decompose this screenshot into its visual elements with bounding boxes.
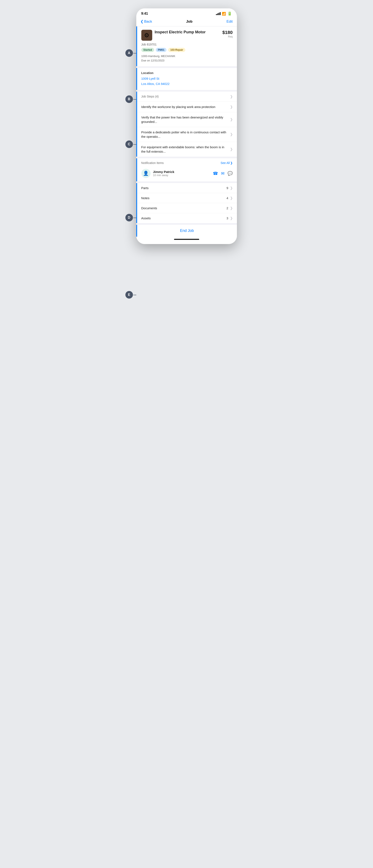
job-thumbnail: ⚙ bbox=[141, 30, 152, 41]
step-chevron-icon: ❯ bbox=[230, 132, 233, 136]
contact-actions: ☎ ✉ 💬 bbox=[213, 171, 233, 176]
step-chevron-icon: ❯ bbox=[230, 117, 233, 121]
phone-icon[interactable]: ☎ bbox=[213, 171, 218, 176]
location-card: Location 1009 Lyell St Los Altos, CA 940… bbox=[136, 68, 237, 90]
annotation-c: C bbox=[125, 141, 133, 148]
step-chevron-icon: ❯ bbox=[230, 105, 233, 109]
location-label: Location bbox=[141, 71, 233, 75]
badge-repair: 103-Repair bbox=[168, 48, 185, 52]
job-location-info: 1000-Hamburg, MECHANIK Due on 12/31/2023 bbox=[141, 54, 233, 63]
location-address[interactable]: 1009 Lyell St Los Altos, CA 94022 bbox=[141, 76, 233, 87]
documents-chevron-icon: ❯ bbox=[230, 206, 233, 210]
wifi-icon: 📶 bbox=[222, 12, 226, 16]
contact-avatar: 👤 bbox=[141, 169, 151, 178]
message-icon[interactable]: 💬 bbox=[227, 171, 233, 176]
job-req-label: Req bbox=[222, 35, 233, 38]
back-label: Back bbox=[144, 20, 152, 24]
parts-row[interactable]: Parts 9 ❯ bbox=[137, 183, 237, 193]
battery-icon: 🔋 bbox=[227, 11, 232, 16]
step-text-3: Provide a dedicateds potter who is in co… bbox=[141, 130, 230, 139]
items-card: Parts 9 ❯ Notes 4 ❯ Docu bbox=[136, 183, 237, 223]
job-price: $180 bbox=[222, 30, 233, 35]
contact-info: Jimmy Patrick 10 min away bbox=[153, 170, 210, 177]
job-title: Inspect Electric Pump Motor bbox=[155, 30, 206, 35]
annotation-d: D bbox=[125, 214, 133, 221]
status-time: 9:41 bbox=[141, 12, 148, 16]
job-steps-header[interactable]: Job Steps (4) ❯ bbox=[137, 92, 237, 102]
assets-count: 3 bbox=[226, 216, 228, 220]
annotation-b: B bbox=[125, 95, 133, 103]
home-bar bbox=[174, 239, 199, 240]
back-button[interactable]: ❮ Back bbox=[141, 19, 152, 24]
job-header-card: ⚙ Inspect Electric Pump Motor $180 Req J… bbox=[136, 26, 237, 66]
annotation-e: E bbox=[125, 291, 133, 299]
status-icons: 📶 🔋 bbox=[216, 11, 232, 16]
step-chevron-icon: ❯ bbox=[230, 147, 233, 151]
documents-count: 2 bbox=[226, 206, 228, 210]
end-job-button[interactable]: End Job bbox=[180, 228, 194, 233]
step-text-1: Identify the workzone by placing work ar… bbox=[141, 104, 230, 109]
step-text-4: For equipment with extendable booms: whe… bbox=[141, 145, 230, 154]
annotation-a: A bbox=[125, 49, 133, 57]
page-title: Job bbox=[186, 20, 192, 24]
job-steps-title: Job Steps (4) bbox=[141, 95, 159, 98]
person-icon: 👤 bbox=[143, 170, 149, 176]
assets-label: Assets bbox=[141, 216, 151, 220]
contact-time: 10 min away bbox=[153, 174, 210, 177]
signal-icon bbox=[216, 12, 221, 15]
contact-name: Jimmy Patrick bbox=[153, 170, 210, 174]
notification-contact-item: 👤 Jimmy Patrick 10 min away ☎ ✉ 💬 bbox=[137, 167, 237, 181]
parts-label: Parts bbox=[141, 186, 149, 190]
end-job-card: End Job bbox=[136, 225, 237, 237]
step-item-3[interactable]: Provide a dedicateds potter who is in co… bbox=[137, 127, 237, 142]
see-all-button[interactable]: See All ❯ bbox=[221, 161, 233, 164]
job-thumbnail-icon: ⚙ bbox=[144, 32, 149, 39]
step-item-2[interactable]: Verify that the power line has been deen… bbox=[137, 112, 237, 127]
see-all-chevron-icon: ❯ bbox=[230, 161, 233, 164]
edit-button[interactable]: Edit bbox=[226, 20, 232, 24]
documents-label: Documents bbox=[141, 206, 157, 210]
badge-started: Started bbox=[141, 48, 154, 52]
step-item-4[interactable]: For equipment with extendable booms: whe… bbox=[137, 142, 237, 157]
step-item-1[interactable]: Identify the workzone by placing work ar… bbox=[137, 102, 237, 112]
assets-chevron-icon: ❯ bbox=[230, 216, 233, 220]
parts-chevron-icon: ❯ bbox=[230, 186, 233, 190]
notes-count: 4 bbox=[226, 196, 228, 200]
parts-count: 9 bbox=[226, 186, 228, 190]
email-icon[interactable]: ✉ bbox=[221, 171, 224, 176]
job-id: Job 819701 bbox=[141, 43, 233, 46]
notes-chevron-icon: ❯ bbox=[230, 196, 233, 200]
nav-bar: ❮ Back Job Edit bbox=[136, 18, 237, 26]
documents-row[interactable]: Documents 2 ❯ bbox=[137, 203, 237, 213]
notification-card: Notification Items See All ❯ 👤 Jimmy Pat… bbox=[136, 158, 237, 181]
step-text-2: Verify that the power line has been deen… bbox=[141, 115, 230, 124]
back-chevron-icon: ❮ bbox=[141, 19, 144, 24]
status-bar: 9:41 📶 🔋 bbox=[136, 8, 237, 18]
notes-row[interactable]: Notes 4 ❯ bbox=[137, 193, 237, 203]
notification-header: Notification Items See All ❯ bbox=[137, 158, 237, 167]
job-badges: Started PM01 103-Repair bbox=[141, 48, 233, 52]
assets-row[interactable]: Assets 3 ❯ bbox=[137, 213, 237, 223]
job-steps-card: Job Steps (4) ❯ Identify the workzone by… bbox=[136, 92, 237, 157]
badge-pm01: PM01 bbox=[156, 48, 166, 52]
home-indicator bbox=[136, 237, 237, 244]
notification-title: Notification Items bbox=[141, 161, 164, 164]
notes-label: Notes bbox=[141, 196, 150, 200]
steps-chevron-icon: ❯ bbox=[230, 95, 233, 98]
